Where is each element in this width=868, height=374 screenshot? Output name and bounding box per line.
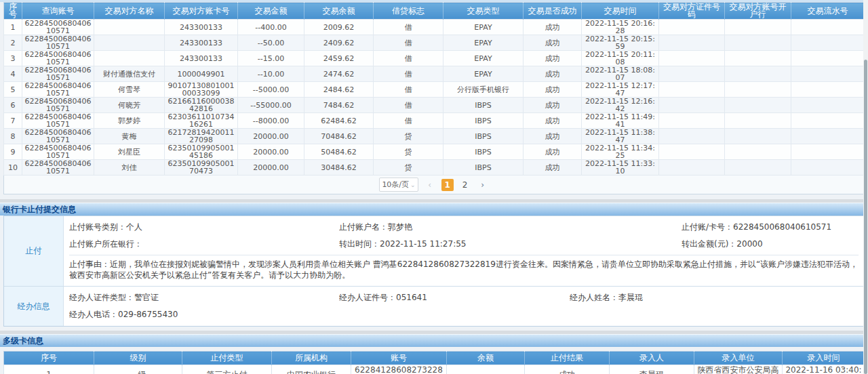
cell-stop-type: 第三方止付 <box>182 365 272 374</box>
table-row[interactable]: 6 6228450068040610571 何晓芳 62166116000038… <box>4 98 865 113</box>
cell-query-account: 6228450068040610571 <box>22 66 94 82</box>
col-account: 账号 <box>351 352 447 365</box>
stop-payment-row: 止付 止付账号类别：个人 止付账户名：郭梦艳 止付账/卡号：6228450068… <box>4 216 864 287</box>
handler-cert-no: 经办人证件号：051641 <box>339 289 570 306</box>
col-org: 所属机构 <box>272 352 351 365</box>
cell-balance <box>447 365 525 374</box>
prev-page-button[interactable]: ‹ <box>424 179 436 191</box>
cell-cert <box>659 160 725 175</box>
cell-query-account: 6228450068040610571 <box>22 144 94 160</box>
col-debit-credit-flag: 借贷标志 <box>374 3 443 20</box>
prev-icon: ‹ <box>428 180 431 190</box>
cell-balance: 7484.62 <box>304 98 374 113</box>
cell-serial <box>791 98 865 113</box>
cell-bank <box>725 20 791 35</box>
cell-counterparty-card: 243300133 <box>165 35 238 51</box>
cell-time: 2022-11-15 18:08:07 <box>582 66 659 82</box>
cell-seq: 9 <box>4 144 22 160</box>
cell-bank <box>725 66 791 82</box>
cell-counterparty-card: 243300133 <box>165 51 238 66</box>
page-size-select[interactable]: 10条/页 ⌄ <box>379 178 418 192</box>
cell-entered-by: 李晨琨 <box>610 365 694 374</box>
handler-phone: 经办人电话：029-86755430 <box>69 306 339 323</box>
cell-cert <box>659 82 725 98</box>
cell-type: EPAY <box>443 20 524 35</box>
cell-counterparty-card: 6230361101073416261 <box>165 113 238 129</box>
transactions-table: 序号 查询账号 交易对方名称 交易对方账卡号 交易金额 交易余额 借贷标志 交易… <box>3 2 865 175</box>
stop-reason-text: 止付事由：近期，我单位在接报刘妮被骗警情中，发现涉案人员利用贵单位相关账户 曹鸿… <box>69 255 859 283</box>
cell-serial <box>791 113 865 129</box>
stop-payment-section-title: 银行卡止付提交信息 <box>0 203 868 215</box>
cell-query-account: 6228450068040610571 <box>22 98 94 113</box>
col-level: 级别 <box>94 352 182 365</box>
cell-amount: 20000.00 <box>238 144 304 160</box>
cell-time: 2022-11-15 20:15:59 <box>582 35 659 51</box>
page-size-value: 10条/页 <box>382 180 409 190</box>
cell-type: EPAY <box>443 66 524 82</box>
col-counterparty-id: 交易对方证件号码 <box>659 3 725 20</box>
cell-query-account: 6228450068040610571 <box>22 113 94 129</box>
cell-bank <box>725 144 791 160</box>
cell-amount: --55000.00 <box>238 98 304 113</box>
cell-cert <box>659 129 725 144</box>
cell-type: EPAY <box>443 51 524 66</box>
cell-seq: 7 <box>4 113 22 129</box>
cell-account: 6228412860827322819 <box>351 365 447 374</box>
table-row[interactable]: 2 6228450068040610571 243300133 --50.00 … <box>4 35 865 51</box>
cell-balance: 2474.62 <box>304 66 374 82</box>
cell-counterparty-name: 郭梦婷 <box>94 113 165 129</box>
cell-query-account: 6228450068040610571 <box>22 129 94 144</box>
col-seq: 序号 <box>4 352 94 365</box>
cell-seq: 2 <box>4 35 22 51</box>
next-page-button[interactable]: › <box>477 179 489 191</box>
cell-balance: 50484.62 <box>304 144 374 160</box>
cell-query-account: 6228450068040610571 <box>22 20 94 35</box>
cell-success: 成功 <box>524 51 582 66</box>
table-row[interactable]: 10 6228450068040610571 刘佳 62350109905001… <box>4 160 865 175</box>
cell-entry-time: 2022-11-16 03:40:51 <box>783 365 865 374</box>
stop-payment-panel: 止付 止付账号类别：个人 止付账户名：郭梦艳 止付账/卡号：6228450068… <box>3 215 865 327</box>
table-row[interactable]: 5 6228450068040610571 何雪琴 90107130801001… <box>4 82 865 98</box>
table-row[interactable]: 3 6228450068040610571 243300133 --15.00 … <box>4 51 865 66</box>
table-row[interactable]: 7 6228450068040610571 郭梦婷 62303611010734… <box>4 113 865 129</box>
cell-cert <box>659 113 725 129</box>
cell-cert <box>659 144 725 160</box>
transactions-table-body: 1 6228450068040610571 243300133 --400.00… <box>4 20 865 175</box>
cell-time: 2022-11-15 11:49:41 <box>582 113 659 129</box>
stop-account-name: 止付账户名：郭梦艳 <box>339 219 682 236</box>
table-row[interactable]: 8 6228450068040610571 黄梅 621728194200112… <box>4 129 865 144</box>
cell-counterparty-name <box>94 20 165 35</box>
col-balance: 交易余额 <box>304 3 374 20</box>
table-row[interactable]: 1 6228450068040610571 243300133 --400.00… <box>4 20 865 35</box>
cell-type: IBPS <box>443 113 524 129</box>
table-row[interactable]: 1 一级 第三方止付 中国农业银行 6228412860827322819 成功… <box>4 365 865 374</box>
cell-type: IBPS <box>443 98 524 113</box>
table-row[interactable]: 9 6228450068040610571 刘星臣 62350109905001… <box>4 144 865 160</box>
multi-card-table-body: 1 一级 第三方止付 中国农业银行 6228412860827322819 成功… <box>4 365 865 374</box>
handler-name: 经办人姓名：李晨琨 <box>570 289 859 306</box>
cell-query-account: 6228450068040610571 <box>22 51 94 66</box>
cell-bank <box>725 129 791 144</box>
cell-counterparty-name: 黄梅 <box>94 129 165 144</box>
cell-counterparty-name <box>94 35 165 51</box>
table-row[interactable]: 4 6228450068040610571 财付通微信支付 1000049901… <box>4 66 865 82</box>
cell-balance: 2459.62 <box>304 51 374 66</box>
cell-counterparty-card: 6217281942001127098 <box>165 129 238 144</box>
scrollbar-thumb[interactable] <box>864 60 867 374</box>
col-type: 交易类型 <box>443 3 524 20</box>
cell-type: 分行版手机银行 <box>443 82 524 98</box>
stop-payment-row-label: 止付 <box>4 216 64 286</box>
cell-amount: --8000.00 <box>238 113 304 129</box>
cell-success: 成功 <box>524 113 582 129</box>
cell-counterparty-card: 243300133 <box>165 20 238 35</box>
page-button-1[interactable]: 1 <box>441 179 454 191</box>
cell-time: 2022-11-15 20:16:28 <box>582 20 659 35</box>
chevron-down-icon: ⌄ <box>410 182 416 188</box>
cell-flag: 借 <box>374 51 443 66</box>
cell-type: IBPS <box>443 129 524 144</box>
col-success: 交易是否成功 <box>524 3 582 20</box>
cell-seq: 1 <box>4 20 22 35</box>
col-counterparty-card: 交易对方账卡号 <box>165 3 238 20</box>
page-button-2[interactable]: 2 <box>459 179 471 191</box>
col-entry-time: 录入时间 <box>783 352 865 365</box>
